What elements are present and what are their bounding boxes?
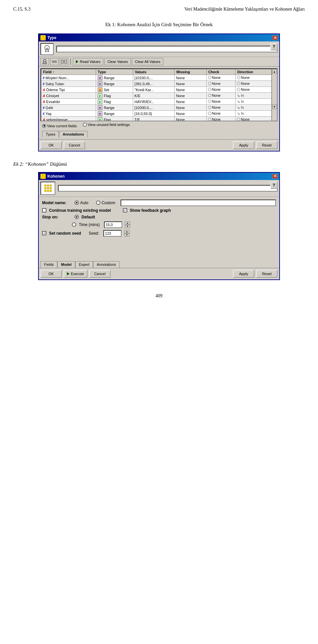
seed-row: Set random seed Seed: ▲ ▼ xyxy=(42,230,276,237)
continue-training-checkbox[interactable] xyxy=(42,208,46,212)
clear-values-button[interactable]: Clear Values xyxy=(104,58,131,65)
toolbar-icon-btn-3[interactable] xyxy=(60,58,68,65)
help-button[interactable]: ? xyxy=(270,43,278,50)
clear-all-values-button[interactable]: Clear All Values xyxy=(132,58,163,65)
view-options: View current fields View unused field se… xyxy=(40,121,278,129)
show-feedback-checkbox[interactable] xyxy=(123,208,127,212)
koh-reset-button[interactable]: Reset xyxy=(256,270,278,278)
svg-line-2 xyxy=(45,48,47,52)
svg-point-18 xyxy=(50,185,52,187)
kohonen-dialog-icon xyxy=(40,174,46,179)
continue-training-row: Continue training existing model Show fe… xyxy=(42,208,276,213)
col-direction: Direction xyxy=(236,69,272,75)
svg-point-5 xyxy=(43,59,46,62)
kohonen-content: Model name: Auto Custom Continue trainin… xyxy=(39,197,279,261)
table-row[interactable]: A Cinsiyet F Flag K/E None None ↘ In xyxy=(41,93,272,99)
svg-line-3 xyxy=(47,48,49,52)
seed-spinner[interactable]: ▲ ▼ xyxy=(124,230,130,237)
model-name-label: Model name: xyxy=(42,201,72,205)
time-radio-dot[interactable] xyxy=(72,222,76,227)
svg-point-22 xyxy=(44,190,46,192)
titlebar-left: Type xyxy=(40,35,56,40)
tab-types[interactable]: Types xyxy=(42,131,59,138)
fields-table-wrapper[interactable]: Field ↑ Type Values Missing Check Direct… xyxy=(40,68,278,121)
seed-input[interactable] xyxy=(103,230,122,237)
header-left: C.15, S.3 xyxy=(13,7,30,12)
auto-radio-dot xyxy=(75,201,79,205)
type-dialog-titlebar: Type ✕ xyxy=(39,34,279,41)
execute-play-icon xyxy=(67,272,70,275)
table-row[interactable]: # Gelir R Range [10200.0,... None None ↘… xyxy=(41,105,272,111)
model-name-row: Model name: Auto Custom xyxy=(42,200,276,206)
custom-name-input[interactable] xyxy=(121,200,276,206)
tab-fields[interactable]: Fields xyxy=(40,261,57,268)
table-row[interactable]: # Müşteri Num... R Range [10150.0,... No… xyxy=(41,75,272,81)
auto-radio-option[interactable]: Auto xyxy=(75,201,88,205)
stop-on-row: Stop on: Default xyxy=(42,215,276,219)
seed-label: Seed: xyxy=(89,231,99,236)
empty-content-area xyxy=(42,239,276,259)
type-dialog-title: Type xyxy=(47,35,56,40)
svg-point-16 xyxy=(44,185,46,187)
time-spin-down[interactable]: ▼ xyxy=(125,225,130,228)
koh-ok-button[interactable]: OK xyxy=(40,270,62,278)
custom-label: Custom xyxy=(102,201,115,205)
type-dialog-close-button[interactable]: ✕ xyxy=(272,35,278,40)
koh-cancel-button[interactable]: Cancel xyxy=(89,270,111,278)
toolbar-separator xyxy=(70,58,71,65)
tab-annotations[interactable]: Annotations xyxy=(59,131,87,138)
section2-title: Ek 2: “Kohonen” Düğümü xyxy=(13,161,305,167)
kohonen-help-button[interactable]: ? xyxy=(270,182,278,189)
read-values-button[interactable]: Read Values xyxy=(73,58,103,65)
time-spin-up[interactable]: ▲ xyxy=(125,221,130,225)
time-spinner[interactable]: ▲ ▼ xyxy=(125,221,130,228)
kohonen-icon-box xyxy=(40,182,55,195)
col-type: Type xyxy=(96,69,133,75)
seed-spin-up[interactable]: ▲ xyxy=(124,230,130,233)
header-right: Veri Madenciliğinde Kümeleme Yaklaşımlar… xyxy=(184,7,305,12)
view-unused-radio[interactable]: View unused field settings xyxy=(83,123,130,127)
kohonen-dialog: Kohonen ✕ ? Model name: xyxy=(38,172,280,280)
kohonen-dialog-close-button[interactable]: ✕ xyxy=(272,174,278,179)
svg-marker-0 xyxy=(41,36,45,40)
view-unused-radio-circle xyxy=(83,123,87,127)
table-row[interactable]: A Ödeme Tipi S Set "Kredi Kar... None No… xyxy=(41,87,272,93)
execute-button[interactable]: Execute xyxy=(64,270,87,278)
type-dialog-top-input[interactable] xyxy=(56,46,278,52)
svg-point-24 xyxy=(50,190,52,192)
seed-spin-down[interactable]: ▼ xyxy=(124,233,130,237)
table-scrollbar[interactable]: ▲ ▼ xyxy=(272,69,277,121)
default-radio-dot[interactable] xyxy=(75,215,79,219)
view-current-radio[interactable]: View current fields xyxy=(42,124,77,128)
type-dialog-toolbar: Read Values Clear Values Clear All Value… xyxy=(39,57,279,67)
svg-line-7 xyxy=(46,62,47,64)
svg-point-21 xyxy=(50,187,52,189)
type-dialog-icon xyxy=(40,35,46,40)
tab-expert[interactable]: Expert xyxy=(75,261,93,268)
kohonen-top-input[interactable] xyxy=(58,185,278,192)
time-input[interactable] xyxy=(104,221,122,228)
random-seed-checkbox[interactable] xyxy=(42,231,46,235)
default-label: Default xyxy=(81,215,95,219)
koh-apply-button[interactable]: Apply xyxy=(233,270,254,278)
ok-button[interactable]: OK xyxy=(40,141,62,149)
reset-button[interactable]: Reset xyxy=(256,141,278,149)
apply-button[interactable]: Apply xyxy=(233,141,254,149)
table-row[interactable]: # Satış Tutarı R Range [391.0,49... None… xyxy=(41,81,272,87)
toolbar-icon-btn-2[interactable] xyxy=(50,58,59,65)
custom-radio-option[interactable]: Custom xyxy=(96,201,115,205)
tab-koh-annotations[interactable]: Annotations xyxy=(93,261,120,268)
table-row[interactable]: # Yaş R Range [16.0,50.0] None None ↘ In xyxy=(41,111,272,117)
cancel-button[interactable]: Cancel xyxy=(64,141,85,149)
show-feedback-label: Show feedback graph xyxy=(130,208,171,213)
type-dialog-footer: OK Cancel Apply Reset xyxy=(39,139,279,151)
tab-model[interactable]: Model xyxy=(57,261,75,268)
col-values: Values xyxy=(133,69,175,75)
kohonen-titlebar-left: Kohonen xyxy=(40,174,65,179)
table-row[interactable]: A Evsahibi F Flag HAYIR/EV... None None … xyxy=(41,99,272,105)
kohonen-dialog-title: Kohonen xyxy=(47,174,65,179)
col-field: Field ↑ xyxy=(41,69,96,75)
toolbar-icon-btn-1[interactable] xyxy=(40,58,49,65)
play-icon xyxy=(76,60,79,63)
table-row[interactable]: A sebze/meyve F Flag T/F None None None xyxy=(41,117,272,122)
